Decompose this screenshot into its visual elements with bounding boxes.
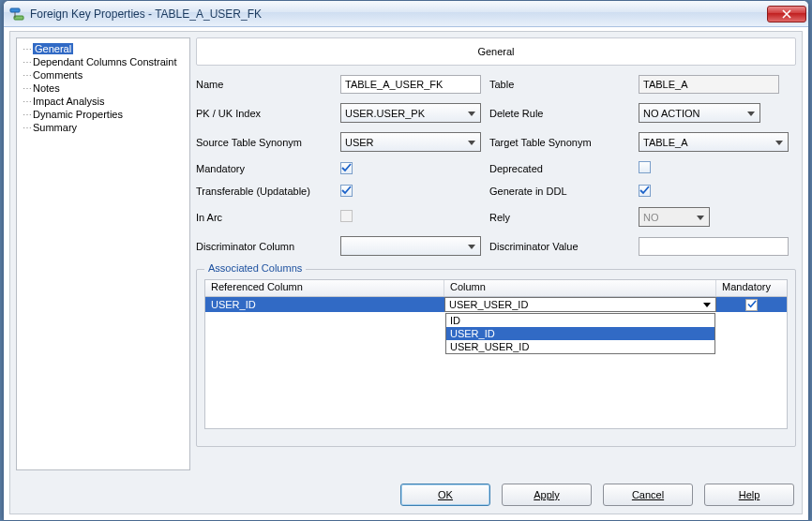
pkuk-select[interactable]: USER.USER_PK <box>340 103 481 123</box>
cell-mandatory <box>716 297 787 312</box>
cell-column: USER_USER_ID ID USER_ID USER_USER_ID <box>444 297 716 312</box>
table-row[interactable]: USER_ID USER_USER_ID ID USER_ID USER_USE… <box>205 297 787 312</box>
label-delete-rule: Delete Rule <box>489 108 635 119</box>
label-name: Name <box>196 79 337 90</box>
cell-referenced-column: USER_ID <box>205 297 444 312</box>
column-dropdown: ID USER_ID USER_USER_ID <box>445 313 715 354</box>
dropdown-option[interactable]: USER_ID <box>446 327 714 340</box>
form-grid: Name Table PK / UK Index USER.USER_PK De… <box>196 75 796 256</box>
svg-rect-0 <box>10 8 20 12</box>
titlebar[interactable]: Foreign Key Properties - TABLE_A_USER_FK <box>4 1 808 27</box>
nav-item-notes[interactable]: ⋯Notes <box>17 82 189 95</box>
client-area: ⋯General ⋯Dependant Columns Constraint ⋯… <box>9 31 803 514</box>
dropdown-option[interactable]: ID <box>446 314 714 327</box>
label-inarc: In Arc <box>196 212 337 223</box>
label-mandatory: Mandatory <box>196 163 337 174</box>
fk-icon <box>9 7 24 22</box>
dropdown-option[interactable]: USER_USER_ID <box>446 340 714 353</box>
source-synonym-select[interactable]: USER <box>340 132 481 152</box>
table-field <box>639 75 779 94</box>
transferable-checkbox[interactable] <box>340 185 353 197</box>
column-cell-select[interactable]: USER_USER_ID ID USER_ID USER_USER_ID <box>444 297 716 312</box>
help-button[interactable]: Help <box>704 484 794 506</box>
row-mandatory-checkbox[interactable] <box>745 299 758 311</box>
discriminator-column-select[interactable] <box>340 236 481 256</box>
apply-button[interactable]: Apply <box>502 484 592 506</box>
label-src-syn: Source Table Synonym <box>196 137 337 148</box>
col-header-mandatory[interactable]: Mandatory <box>716 280 787 296</box>
label-transferable: Transferable (Updatable) <box>196 186 337 197</box>
label-disc-val: Discriminator Value <box>489 241 635 252</box>
associated-columns-group: Associated Columns Referenced Column Col… <box>196 269 796 447</box>
rely-select: NO <box>639 207 710 227</box>
delete-rule-select[interactable]: NO ACTION <box>639 103 760 123</box>
nav-item-summary[interactable]: ⋯Summary <box>17 121 189 134</box>
close-icon <box>782 9 791 19</box>
label-genddl: Generate in DDL <box>489 186 635 197</box>
main-panel: General Name Table PK / UK Index USER.US… <box>196 37 796 470</box>
nav-item-dependant-columns[interactable]: ⋯Dependant Columns Constraint <box>17 55 189 68</box>
panel-heading-box: General <box>196 37 796 66</box>
label-pkuk: PK / UK Index <box>196 108 337 119</box>
associated-columns-table: Referenced Column Column Mandatory USER_… <box>204 279 788 429</box>
col-header-column[interactable]: Column <box>444 280 716 296</box>
mandatory-checkbox[interactable] <box>340 162 353 174</box>
nav-item-dynamic-properties[interactable]: ⋯Dynamic Properties <box>17 108 189 121</box>
ok-button[interactable]: OK <box>400 484 490 506</box>
target-synonym-select[interactable]: TABLE_A <box>639 132 789 152</box>
panel-heading: General <box>477 46 514 57</box>
nav-item-comments[interactable]: ⋯Comments <box>17 68 189 82</box>
discriminator-value-field[interactable] <box>639 237 789 256</box>
dialog-window: Foreign Key Properties - TABLE_A_USER_FK… <box>3 0 809 521</box>
col-header-referenced[interactable]: Referenced Column <box>205 280 444 296</box>
label-deprecated: Deprecated <box>489 163 635 174</box>
generate-ddl-checkbox[interactable] <box>639 185 651 197</box>
label-disc-col: Discriminator Column <box>196 241 337 252</box>
label-table: Table <box>489 79 635 90</box>
name-field[interactable] <box>340 75 481 94</box>
nav-tree: ⋯General ⋯Dependant Columns Constraint ⋯… <box>16 37 190 470</box>
deprecated-checkbox[interactable] <box>639 161 651 173</box>
cancel-button[interactable]: Cancel <box>603 484 693 506</box>
dialog-buttons: OK Apply Cancel Help <box>400 484 794 506</box>
window-title: Foreign Key Properties - TABLE_A_USER_FK <box>30 7 765 21</box>
nav-item-general[interactable]: ⋯General <box>17 42 189 55</box>
close-button[interactable] <box>767 6 806 22</box>
label-tgt-syn: Target Table Synonym <box>489 137 635 148</box>
in-arc-checkbox <box>340 210 353 222</box>
table-header: Referenced Column Column Mandatory <box>205 280 787 297</box>
nav-item-impact-analysis[interactable]: ⋯Impact Analysis <box>17 95 189 108</box>
associated-columns-legend: Associated Columns <box>204 262 306 274</box>
label-rely: Rely <box>489 212 635 223</box>
